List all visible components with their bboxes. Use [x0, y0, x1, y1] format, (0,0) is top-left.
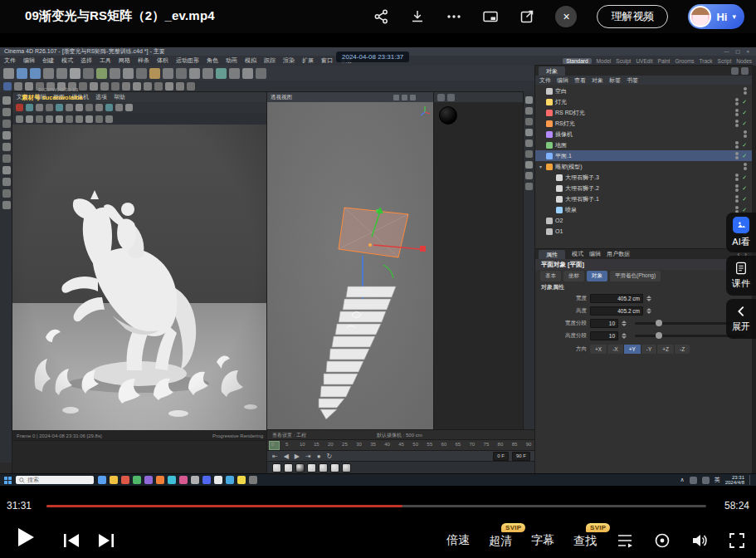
tool-icon[interactable]	[26, 104, 33, 111]
close-button[interactable]: ×	[555, 6, 577, 27]
layout-tab[interactable]: Grooms	[675, 58, 694, 64]
object-menu-item[interactable]: 文件	[539, 76, 551, 85]
object-row[interactable]: O2	[535, 215, 752, 226]
dot-render[interactable]	[735, 145, 739, 149]
tray-volume-icon[interactable]	[702, 477, 710, 484]
visibility-dots[interactable]	[735, 184, 739, 192]
taskbar-app-icon[interactable]	[249, 476, 257, 484]
ime-indicator[interactable]: 英	[715, 476, 720, 484]
dot-editor[interactable]	[744, 87, 747, 91]
dot-editor[interactable]	[735, 109, 739, 112]
tool-icon[interactable]	[123, 68, 134, 79]
tool-icon[interactable]	[525, 150, 533, 158]
visibility-dots[interactable]	[735, 120, 739, 127]
rv-menu-item[interactable]: 帮助	[114, 93, 125, 101]
object-menu-item[interactable]: 对象	[592, 76, 603, 85]
tool-icon[interactable]	[216, 68, 227, 79]
object-row[interactable]: O1	[535, 226, 752, 237]
timeline-tick[interactable]: 15	[314, 442, 319, 447]
tool-icon[interactable]	[165, 82, 173, 91]
tool-icon[interactable]	[16, 104, 23, 111]
dot-render[interactable]	[735, 113, 739, 116]
tool-icon[interactable]	[26, 115, 33, 123]
tool-icon[interactable]	[30, 68, 41, 79]
tool-icon[interactable]	[525, 118, 533, 125]
tool-icon[interactable]	[202, 68, 213, 79]
tool-icon[interactable]	[2, 131, 11, 140]
taskbar-app-icon[interactable]	[214, 476, 222, 484]
tool-icon[interactable]	[525, 140, 533, 147]
timeline-tick[interactable]: 5	[285, 442, 288, 447]
layout-tab[interactable]: Script	[718, 58, 732, 64]
orientation-option[interactable]: -X	[607, 345, 624, 354]
expand-icon[interactable]: ▾	[538, 164, 544, 169]
material-thumb[interactable]	[307, 463, 316, 472]
dot-editor[interactable]	[735, 195, 739, 198]
attr-menu-item[interactable]: 模式	[572, 250, 583, 258]
tool-icon[interactable]	[2, 189, 11, 198]
object-menu-item[interactable]: 标签	[609, 76, 621, 85]
object-menu-item[interactable]: 编辑	[557, 76, 568, 85]
tool-icon[interactable]	[125, 104, 133, 111]
tool-icon[interactable]	[46, 104, 53, 111]
video-content-c4d[interactable]: Cinema 4D R26.107 - [渐变光与RS矩阵-完整训练.c4d *…	[0, 47, 756, 486]
filter-icon[interactable]	[731, 67, 739, 75]
maximize-icon[interactable]	[410, 95, 416, 100]
material-thumb[interactable]	[284, 463, 293, 472]
tool-icon[interactable]	[187, 82, 195, 91]
tool-icon[interactable]	[46, 115, 53, 123]
dot-render[interactable]	[744, 167, 747, 170]
tool-icon[interactable]	[17, 68, 27, 79]
orbit-icon[interactable]	[402, 95, 407, 100]
transport-button[interactable]: ⇥	[305, 451, 311, 462]
object-row[interactable]: RS灯光✓	[535, 118, 752, 129]
tool-icon[interactable]	[136, 68, 147, 79]
transport-button[interactable]: ▶	[295, 451, 300, 462]
tool-icon[interactable]	[110, 68, 120, 79]
stepper-icon[interactable]	[646, 296, 651, 301]
window-buttons[interactable]: — ▢ ×	[724, 47, 752, 56]
rv-menu-item[interactable]: 选项	[95, 93, 107, 101]
tool-icon[interactable]	[76, 115, 83, 123]
enabled-check-icon[interactable]: ✓	[742, 120, 747, 127]
courseware-button[interactable]: 课件	[726, 256, 756, 296]
popout-icon[interactable]	[519, 8, 535, 25]
tool-icon[interactable]	[163, 68, 173, 79]
tool-icon[interactable]	[189, 68, 200, 79]
tool-icon[interactable]	[154, 82, 163, 91]
visibility-dots[interactable]	[744, 163, 747, 170]
object-row[interactable]: 大理石狮子.2✓	[535, 183, 752, 193]
tool-icon[interactable]	[14, 82, 22, 91]
c4d-menu-item[interactable]: 窗口	[321, 56, 333, 65]
c4d-menu-item[interactable]: 编辑	[23, 56, 35, 65]
tool-icon[interactable]	[85, 115, 93, 123]
tool-icon[interactable]	[122, 82, 130, 91]
progress-bar[interactable]	[46, 505, 706, 507]
attr-value-field[interactable]: 10	[590, 319, 618, 328]
tool-icon[interactable]	[76, 104, 83, 111]
attr-tab[interactable]: 对象	[587, 271, 607, 281]
panel-icon[interactable]	[447, 94, 455, 101]
pan-icon[interactable]	[393, 95, 399, 100]
tool-icon[interactable]	[36, 104, 43, 111]
black-sphere-preview[interactable]	[439, 106, 457, 125]
more-icon[interactable]	[446, 8, 462, 25]
timeline-tick[interactable]: 60	[441, 442, 446, 447]
share-icon[interactable]	[373, 8, 389, 25]
taskbar-search[interactable]: 搜索	[16, 476, 94, 484]
account-button[interactable]: Hi ▾	[688, 4, 744, 29]
enabled-check-icon[interactable]: ✓	[742, 99, 747, 105]
layout-tab[interactable]: Model	[597, 58, 612, 64]
volume-icon[interactable]	[690, 531, 709, 550]
show-desktop-button[interactable]	[749, 475, 752, 485]
c4d-menu-item[interactable]: 创建	[42, 56, 54, 65]
previous-button[interactable]	[61, 532, 81, 549]
object-menu-item[interactable]: 书签	[627, 76, 638, 85]
tool-icon[interactable]	[2, 154, 11, 163]
slider-handle[interactable]	[656, 320, 662, 326]
c4d-menu-item[interactable]: 工具	[100, 56, 111, 65]
visibility-dots[interactable]	[744, 130, 747, 138]
enabled-check-icon[interactable]: ✓	[742, 174, 747, 181]
tool-icon[interactable]	[90, 82, 98, 91]
tray-caret-icon[interactable]: ∧	[680, 477, 685, 483]
